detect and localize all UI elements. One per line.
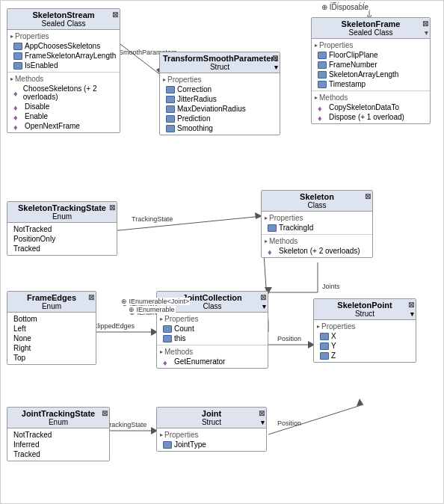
prop-timestamp: Timestamp bbox=[315, 79, 427, 89]
method-enable: Enable bbox=[10, 111, 117, 121]
skeleton-frame-methods-section: Methods CopySkeletonDataTo Dispose (+ 1 … bbox=[312, 91, 430, 123]
frame-edges-stereotype: Enum bbox=[10, 302, 93, 310]
joint-tracking-state-title: JointTrackingState bbox=[22, 409, 95, 418]
joints-label: Joints bbox=[322, 283, 340, 290]
joint-collection-title: JointCollection bbox=[182, 293, 241, 302]
skeleton-stream-box: SkeletonStream Sealed Class ⊠ Properties… bbox=[7, 8, 120, 133]
frame-edges-values-section: Bottom Left None Right Top bbox=[7, 313, 96, 364]
frame-edges-title: FrameEdges bbox=[27, 293, 76, 302]
val-positionOnly: PositionOnly bbox=[10, 234, 114, 244]
joint-filter-icon[interactable]: ▾ bbox=[261, 419, 265, 426]
skeleton-stream-methods-section: Methods ChooseSkeletons (+ 2 overloads) … bbox=[7, 73, 120, 132]
joint-stereotype: Struct bbox=[160, 418, 263, 426]
skeleton-stream-header: SkeletonStream Sealed Class ⊠ bbox=[7, 9, 120, 30]
val-tracked: Tracked bbox=[10, 244, 114, 253]
field-icon bbox=[320, 352, 329, 360]
ienumerable-joint-label: ⊕ IEnumerable<Joint> bbox=[120, 298, 190, 305]
svg-line-1 bbox=[117, 42, 161, 76]
field-icon bbox=[163, 441, 172, 449]
field-icon bbox=[163, 325, 172, 333]
skeleton-frame-filter-icon[interactable]: ▾ bbox=[425, 29, 428, 37]
skeleton-stream-props-title: Properties bbox=[10, 31, 117, 41]
skeleton-stream-expand-icon[interactable]: ⊠ bbox=[112, 10, 118, 19]
joint-expand-icon[interactable]: ⊠ bbox=[259, 409, 265, 417]
prop-correction: Correction bbox=[163, 84, 277, 94]
joint-collection-props-title: Properties bbox=[160, 314, 265, 324]
method-icon bbox=[268, 248, 277, 255]
field-icon bbox=[320, 342, 329, 350]
skeleton-stream-props-section: Properties AppChoosesSkeletons FrameSkel… bbox=[7, 30, 120, 73]
skeleton-tracking-state-values-section: NotTracked PositionOnly Tracked bbox=[7, 223, 117, 255]
method-icon bbox=[13, 103, 22, 111]
frame-edges-box: FrameEdges Enum ⊠ Bottom Left None Right… bbox=[7, 291, 96, 365]
joint-tracking-state-header: JointTrackingState Enum ⊠ bbox=[7, 408, 109, 428]
skeleton-stereotype: Class bbox=[265, 201, 369, 209]
transform-smooth-header: TransformSmoothParameters Struct ⊠ ▾ bbox=[160, 52, 280, 73]
val-inferred: Inferred bbox=[10, 440, 106, 449]
skeleton-frame-expand-icon[interactable]: ⊠ bbox=[422, 19, 428, 28]
joint-collection-filter-icon[interactable]: ▾ bbox=[262, 303, 266, 310]
field-icon bbox=[318, 52, 327, 59]
skeleton-tracking-state-expand-icon[interactable]: ⊠ bbox=[109, 203, 115, 212]
transform-smooth-props-title: Properties bbox=[163, 75, 277, 84]
prop-jointType: JointType bbox=[160, 440, 263, 449]
field-icon bbox=[166, 125, 175, 132]
svg-line-18 bbox=[268, 405, 363, 434]
frame-edges-expand-icon[interactable]: ⊠ bbox=[88, 293, 94, 301]
val-none: None bbox=[10, 334, 93, 343]
position2-label: Position bbox=[277, 420, 301, 427]
diagram-canvas: ⊕ IDisposable SmoothParameters TrackingS… bbox=[0, 0, 444, 504]
field-icon bbox=[166, 96, 175, 103]
transform-smooth-filter-icon[interactable]: ▾ bbox=[274, 64, 278, 71]
method-icon bbox=[163, 358, 172, 366]
method-icon bbox=[318, 104, 327, 111]
ienumerable-label2: ⊕ IEnumerable bbox=[128, 306, 176, 313]
skeleton-tracking-state-box: SkeletonTrackingState Enum ⊠ NotTracked … bbox=[7, 201, 117, 256]
joint-tracking-state-expand-icon[interactable]: ⊠ bbox=[102, 409, 108, 417]
svg-line-3 bbox=[111, 216, 262, 231]
val-left: Left bbox=[10, 324, 93, 334]
skeleton-frame-props-title: Properties bbox=[315, 40, 427, 50]
field-icon bbox=[166, 86, 175, 93]
skeleton-methods-title: Methods bbox=[265, 236, 369, 246]
trackingstate1-label: TrackingState bbox=[132, 215, 173, 223]
skeleton-frame-methods-title: Methods bbox=[315, 93, 427, 102]
trackingstate2-label: TrackingState bbox=[105, 421, 147, 428]
skeleton-methods-section: Methods Skeleton (+ 2 overloads) bbox=[262, 235, 372, 257]
skeleton-point-stereotype: Struct bbox=[317, 310, 413, 318]
field-icon bbox=[166, 105, 175, 113]
transform-smooth-expand-icon[interactable]: ⊠ bbox=[272, 54, 278, 62]
joint-collection-expand-icon[interactable]: ⊠ bbox=[260, 293, 266, 301]
skeleton-point-props-title: Properties bbox=[317, 322, 413, 331]
field-icon bbox=[318, 71, 327, 79]
prop-z: Z bbox=[317, 351, 413, 360]
method-icon bbox=[13, 89, 21, 96]
method-getEnumerator: GetEnumerator bbox=[160, 357, 265, 366]
skeleton-frame-props-section: Properties FloorClipPlane FrameNumber Sk… bbox=[312, 39, 430, 91]
transform-smooth-box: TransformSmoothParameters Struct ⊠ ▾ Pro… bbox=[159, 52, 280, 135]
skeleton-props-title: Properties bbox=[265, 213, 369, 223]
skeleton-point-expand-icon[interactable]: ⊠ bbox=[408, 301, 414, 309]
position1-label: Position bbox=[277, 335, 301, 342]
method-icon bbox=[318, 114, 327, 121]
skeleton-point-filter-icon[interactable]: ▾ bbox=[410, 310, 414, 318]
skeleton-point-title: SkeletonPoint bbox=[337, 301, 392, 310]
prop-smoothing: Smoothing bbox=[163, 123, 277, 133]
skeleton-tracking-state-title: SkeletonTrackingState bbox=[18, 203, 106, 212]
joint-tracking-state-values-section: NotTracked Inferred Tracked bbox=[7, 428, 109, 461]
skeleton-props-section: Properties TrackingId bbox=[262, 212, 372, 235]
joint-tracking-state-box: JointTrackingState Enum ⊠ NotTracked Inf… bbox=[7, 407, 110, 461]
field-icon bbox=[320, 333, 329, 340]
joint-props-section: Properties JointType bbox=[157, 428, 266, 451]
clippededges-label: ClippedEdges bbox=[93, 322, 135, 330]
frame-edges-header: FrameEdges Enum ⊠ bbox=[7, 292, 96, 313]
val-right: Right bbox=[10, 343, 93, 353]
skeleton-frame-title: SkeletonFrame bbox=[342, 19, 401, 28]
joint-tracking-state-stereotype: Enum bbox=[10, 418, 106, 426]
prop-prediction: Prediction bbox=[163, 114, 277, 123]
prop-y: Y bbox=[317, 341, 413, 351]
field-icon bbox=[163, 335, 172, 342]
prop-trackingId: TrackingId bbox=[265, 223, 369, 233]
skeleton-expand-icon[interactable]: ⊠ bbox=[365, 192, 371, 200]
idisposable-label: ⊕ IDisposable bbox=[321, 3, 369, 11]
